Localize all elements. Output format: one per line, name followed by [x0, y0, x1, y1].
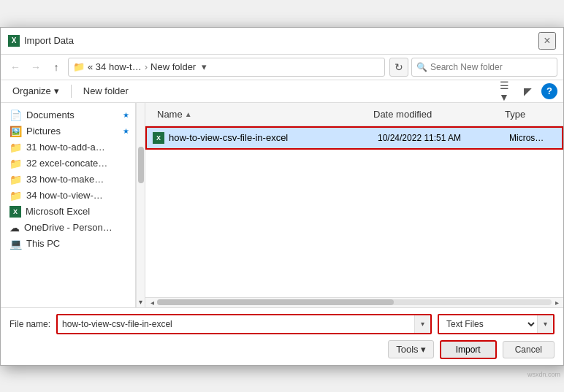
scrollbar-track[interactable] — [157, 299, 552, 305]
sidebar-item-33[interactable]: 📁 33 how-to-make… — [1, 172, 135, 188]
file-type-select[interactable]: Text Files All Files CSV Files — [439, 316, 537, 332]
back-button[interactable]: ← — [7, 58, 24, 76]
scrollbar-thumb — [157, 299, 394, 305]
search-icon: 🔍 — [416, 62, 427, 72]
sidebar-item-label: 31 how-to-add-a… — [26, 142, 129, 153]
new-folder-label: New folder — [83, 85, 129, 96]
file-name-row: File name: ▾ Text Files All Files CSV Fi… — [9, 314, 555, 334]
sidebar: 📄 Documents ★ 🖼️ Pictures ★ 📁 31 how-to-… — [1, 103, 136, 307]
file-cell-type: Micros… — [503, 131, 562, 145]
sidebar-item-documents[interactable]: 📄 Documents ★ — [1, 107, 135, 123]
pictures-icon: 🖼️ — [9, 126, 22, 137]
file-row[interactable]: X how-to-view-csv-file-in-excel 10/24/20… — [145, 126, 563, 150]
excel-icon: X — [9, 206, 21, 218]
breadcrumb-dropdown-arrow[interactable]: ▾ — [202, 61, 207, 72]
tools-dropdown-icon: ▾ — [421, 344, 426, 355]
sidebar-item-onedrive[interactable]: ☁ OneDrive - Person… — [1, 220, 135, 236]
scroll-left-btn[interactable]: ◂ — [147, 299, 157, 307]
col-sort-arrow: ▲ — [185, 110, 192, 118]
thispc-icon: 💻 — [9, 238, 22, 250]
col-date-header[interactable]: Date modified — [367, 106, 499, 123]
scroll-down-btn[interactable]: ▾ — [137, 296, 145, 307]
folder-icon: 📁 — [9, 190, 22, 201]
main-area: 📄 Documents ★ 🖼️ Pictures ★ 📁 31 how-to-… — [1, 103, 563, 307]
sidebar-item-label: Pictures — [26, 126, 117, 137]
sidebar-item-label: Microsoft Excel — [26, 206, 129, 217]
file-type-arrow-icon: ▾ — [537, 315, 553, 333]
help-button[interactable]: ? — [541, 83, 557, 99]
sidebar-item-label: 33 how-to-make… — [26, 174, 129, 185]
help-icon: ? — [546, 85, 552, 96]
file-cell-name: X how-to-view-csv-file-in-excel — [147, 130, 372, 146]
sidebar-item-pictures[interactable]: 🖼️ Pictures ★ — [1, 123, 135, 139]
refresh-button[interactable]: ↻ — [389, 58, 408, 77]
scroll-right-btn[interactable]: ▸ — [552, 299, 562, 307]
toolbar: Organize ▾ New folder ☰ ▼ ◤ ? — [1, 80, 563, 103]
sidebar-item-32[interactable]: 📁 32 excel-concate… — [1, 155, 135, 172]
sidebar-item-31[interactable]: 📁 31 how-to-add-a… — [1, 139, 135, 155]
toolbar-right: ☰ ▼ ◤ ? — [495, 83, 557, 99]
file-name-dropdown-btn[interactable]: ▾ — [414, 315, 430, 333]
file-name-label: File name: — [9, 319, 50, 329]
new-folder-button[interactable]: New folder — [77, 83, 134, 99]
col-date-label: Date modified — [373, 109, 432, 120]
horizontal-scrollbar[interactable]: ◂ ▸ — [145, 297, 563, 307]
sidebar-item-label: OneDrive - Person… — [24, 222, 129, 233]
col-type-label: Type — [505, 109, 525, 120]
bottom-bar: File name: ▾ Text Files All Files CSV Fi… — [1, 307, 563, 365]
folder-icon: 📁 — [9, 174, 22, 185]
import-button[interactable]: Import — [440, 340, 497, 359]
file-name: how-to-view-csv-file-in-excel — [169, 132, 288, 143]
search-input[interactable] — [430, 62, 552, 72]
sidebar-item-excel[interactable]: X Microsoft Excel — [1, 204, 135, 220]
close-button[interactable]: × — [538, 32, 556, 50]
dialog-title: Import Data — [24, 35, 538, 46]
documents-icon: 📄 — [9, 109, 22, 121]
search-box: 🔍 — [411, 58, 557, 77]
col-type-header[interactable]: Type — [499, 106, 557, 123]
file-header: Name ▲ Date modified Type — [145, 103, 563, 126]
folder-icon: 📁 — [9, 142, 22, 153]
tools-button[interactable]: Tools ▾ — [388, 340, 433, 358]
sidebar-scroll-thumb — [138, 147, 144, 183]
file-cell-date: 10/24/2022 11:51 AM — [372, 131, 503, 145]
file-excel-icon: X — [153, 132, 164, 144]
sidebar-item-thispc[interactable]: 💻 This PC — [1, 236, 135, 252]
sidebar-item-label: 32 excel-concate… — [26, 158, 129, 169]
sidebar-item-label: Documents — [26, 109, 117, 120]
pin-icon: ★ — [123, 127, 129, 135]
sidebar-item-34[interactable]: 📁 34 how-to-view-… — [1, 188, 135, 204]
sidebar-item-label: This PC — [26, 238, 129, 249]
file-list: X how-to-view-csv-file-in-excel 10/24/20… — [145, 126, 563, 297]
organize-dropdown-icon: ▾ — [54, 85, 59, 96]
file-area: Name ▲ Date modified Type X how-to-view-… — [145, 103, 563, 307]
onedrive-icon: ☁ — [9, 222, 20, 234]
cancel-button[interactable]: Cancel — [503, 341, 555, 358]
tools-label: Tools — [396, 344, 418, 355]
col-name-header[interactable]: Name ▲ — [151, 106, 367, 123]
toolbar-separator — [71, 85, 72, 98]
organize-button[interactable]: Organize ▾ — [7, 83, 65, 99]
file-type-wrap: Text Files All Files CSV Files ▾ — [438, 314, 555, 334]
action-row: Tools ▾ Import Cancel — [9, 340, 555, 359]
app-icon: X — [8, 35, 20, 47]
breadcrumb-part-1: « 34 how-t… — [88, 61, 142, 72]
file-name-input[interactable] — [58, 317, 414, 331]
sidebar-scrollbar[interactable]: ▾ — [136, 103, 145, 307]
organize-label: Organize — [12, 85, 51, 96]
sidebar-item-label: 34 how-to-view-… — [26, 190, 129, 201]
breadcrumb[interactable]: 📁 « 34 how-t… › New folder ▾ — [68, 58, 385, 77]
forward-button[interactable]: → — [27, 58, 45, 76]
folder-icon: 📁 — [9, 158, 22, 169]
title-bar: X Import Data × — [1, 28, 563, 55]
watermark: wsxdn.com — [527, 371, 560, 378]
breadcrumb-folder-icon: 📁 — [73, 61, 85, 72]
pin-icon: ★ — [123, 111, 129, 119]
file-name-input-wrap: ▾ — [56, 314, 432, 334]
view-toggle-button[interactable]: ☰ ▼ — [495, 83, 514, 99]
col-name-label: Name — [157, 109, 183, 120]
breadcrumb-sep: › — [145, 61, 148, 72]
preview-pane-button[interactable]: ◤ — [518, 83, 537, 99]
up-button[interactable]: ↑ — [47, 58, 65, 76]
nav-bar: ← → ↑ 📁 « 34 how-t… › New folder ▾ ↻ 🔍 — [1, 55, 563, 80]
